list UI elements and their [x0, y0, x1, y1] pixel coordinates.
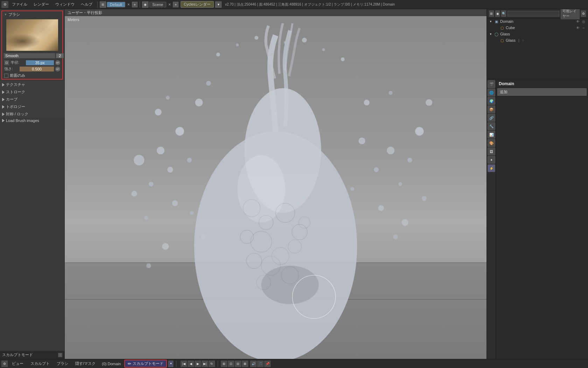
layout-close-btn[interactable]: × — [126, 2, 131, 7]
outliner-search-btn[interactable]: 🔍 — [501, 11, 506, 17]
menu-help[interactable]: ヘルプ — [78, 1, 95, 8]
material-prop-icon[interactable]: 🎨 — [488, 139, 495, 147]
menu-window[interactable]: ウィンドウ — [52, 1, 77, 8]
particle-prop-icon[interactable]: ✦ — [488, 156, 495, 164]
menu-file[interactable]: ファイル — [9, 1, 30, 8]
extra-btn-1[interactable]: 🔊 — [250, 361, 257, 367]
brush-name-input[interactable] — [4, 53, 55, 59]
outliner-cube-item[interactable]: ▢ Cube 👁 ○ — [487, 25, 588, 31]
strength-arrow-icon[interactable]: ↩ — [55, 67, 60, 71]
load-brush-btn[interactable]: Load Brush images — [0, 118, 64, 123]
bottom-view-btn[interactable]: ビュー — [9, 360, 26, 367]
scene-prop-icon[interactable]: 🌐 — [488, 89, 495, 96]
cube-eye-icon[interactable]: 👁 — [575, 25, 580, 30]
outliner-filter-btn[interactable]: 可視レイヤー — [561, 8, 580, 19]
world-prop-icon[interactable]: 🌍 — [488, 97, 495, 105]
load-brush-triangle-icon — [2, 119, 5, 122]
brush-number-input[interactable] — [56, 53, 64, 58]
cycles-renderer-btn[interactable]: Cyclesレンダー — [181, 1, 214, 8]
topology-section[interactable]: トポロジー — [0, 103, 64, 110]
topology-triangle-icon — [2, 105, 5, 109]
outliner-glass-item[interactable]: ▢ Glass | ○ — [487, 37, 588, 43]
modifier-prop-icon[interactable]: 🔧 — [488, 122, 495, 130]
bottom-brush-btn[interactable]: ブラシ — [54, 360, 71, 367]
sculpt-mode-label: スカルプトモード ⋮ — [0, 351, 64, 359]
glass-group-icon: ◯ — [494, 32, 499, 36]
radius-row: ⊡ 半径: 35 px ↩ — [2, 60, 62, 66]
physics-prop-icon[interactable]: ⚡ — [488, 164, 495, 172]
cube-tree-icon — [495, 26, 498, 29]
mode-dropdown-arrow[interactable]: ▼ — [168, 361, 173, 367]
glass-tree-icon: ▼ — [489, 32, 492, 36]
render-prop-icon[interactable]: 🎬 — [488, 80, 495, 88]
extra-btn-2[interactable]: 🎵 — [257, 361, 264, 367]
viewport[interactable]: ユーザー・平行投影 Meters — [65, 9, 486, 359]
cube-material-icon[interactable]: ○ — [581, 25, 586, 30]
front-only-row: 前面のみ — [2, 72, 62, 79]
layout-default-btn[interactable]: Default — [107, 2, 125, 7]
outliner-view-btn[interactable]: ◉ — [495, 11, 500, 17]
frame-btn-5[interactable]: ↻ — [209, 361, 215, 367]
frame-btn-4[interactable]: ▶| — [202, 361, 208, 367]
bottom-sculpt-btn[interactable]: スカルプト — [28, 360, 52, 367]
stroke-section[interactable]: ストローク — [0, 88, 64, 96]
stroke-triangle-icon — [2, 90, 5, 94]
stroke-label: ストローク — [6, 89, 25, 95]
domain-eye-icon[interactable]: 👁 — [575, 19, 580, 24]
frame-btn-2[interactable]: ◀ — [188, 361, 194, 367]
layer-btn-3[interactable]: ⊟ — [235, 361, 241, 367]
brush-panel: ▼ ブラシ F + × ⊡ 半径: 35 px ↩ 強さ: 0.500 — [1, 11, 63, 80]
bottom-hide-btn[interactable]: 隠す/マスク — [72, 360, 98, 367]
texture-prop-icon[interactable]: 🖼 — [488, 148, 495, 155]
layout-add-btn[interactable]: + — [132, 2, 138, 7]
frame-btn-1[interactable]: |◀ — [181, 361, 187, 367]
object-prop-icon[interactable]: 📦 — [488, 105, 495, 113]
sculpt-mode-btn[interactable]: ✏ スカルプトモード — [124, 360, 167, 368]
strength-value[interactable]: 0.500 — [20, 67, 54, 71]
domain-tree-icon: ▼ — [489, 20, 492, 23]
scene-add-btn[interactable]: + — [173, 2, 178, 7]
app-icon[interactable]: ⚙ — [1, 1, 8, 8]
outliner-domain-item[interactable]: ▼ ▣ Domain 👁 ◎ — [487, 18, 588, 25]
curve-section[interactable]: カーブ — [0, 96, 64, 103]
radius-value[interactable]: 35 px — [26, 60, 54, 65]
domain-obj-icon: ▣ — [494, 19, 499, 24]
domain-indicator: (0) Domain — [100, 361, 123, 367]
outliner-search-input[interactable] — [507, 11, 559, 16]
scene-close-btn[interactable]: × — [167, 2, 172, 7]
separator-1 — [97, 1, 98, 8]
symmetry-section[interactable]: 対称 / ロック — [0, 110, 64, 118]
brush-panel-header: ▼ ブラシ — [2, 11, 62, 18]
extra-btn-3[interactable]: 📌 — [264, 361, 271, 367]
units-label: Meters — [68, 18, 79, 22]
viewport-header: ユーザー・平行投影 — [65, 9, 486, 16]
bottom-sep-2 — [218, 361, 218, 367]
bottom-sep-1 — [176, 361, 176, 367]
texture-label: テクスチャ — [6, 82, 25, 87]
strength-row: 強さ: 0.500 ↩ — [2, 66, 62, 72]
outliner-glass-group-item[interactable]: ▼ ◯ Glass — [487, 31, 588, 37]
radius-arrow-icon[interactable]: ↩ — [55, 60, 60, 65]
radius-lock-icon: ⊡ — [4, 60, 9, 65]
data-prop-icon[interactable]: 📊 — [488, 131, 495, 138]
frame-btn-3[interactable]: ▶ — [195, 361, 201, 367]
bottom-icon-btn[interactable]: ⚙ — [1, 361, 8, 367]
status-text: v2.70 | 頂点:250446 | 面:486452 | 三角面:48891… — [225, 2, 395, 7]
outliner-settings-btn[interactable]: ⚙ — [581, 11, 586, 17]
texture-section[interactable]: テクスチャ — [0, 81, 64, 88]
front-only-checkbox[interactable] — [4, 74, 8, 78]
bottom-extra-btns: 🔊 🎵 📌 — [250, 361, 271, 367]
constraint-prop-icon[interactable]: 🔗 — [488, 114, 495, 122]
layer-btn-4[interactable]: ⊠ — [242, 361, 248, 367]
domain-vis-btns: 👁 ◎ — [575, 19, 586, 24]
layer-btn-2[interactable]: ⊡ — [228, 361, 234, 367]
outliner-icon-btn[interactable]: ⊞ — [489, 11, 494, 17]
scene-btn[interactable]: Scene — [149, 2, 166, 7]
layer-btn-1[interactable]: ⊞ — [221, 361, 227, 367]
properties-panel: 🎬 🌐 🌍 📦 🔗 🔧 📊 🎨 🖼 ✦ ⚡ Domain 追加 — [487, 79, 588, 359]
menu-render[interactable]: レンダー — [31, 1, 52, 8]
domain-cam-icon[interactable]: ◎ — [581, 19, 586, 24]
add-button[interactable]: 追加 — [497, 88, 587, 96]
brush-panel-title: ブラシ — [8, 12, 20, 17]
renderer-settings-icon[interactable]: ▼ — [215, 1, 222, 8]
